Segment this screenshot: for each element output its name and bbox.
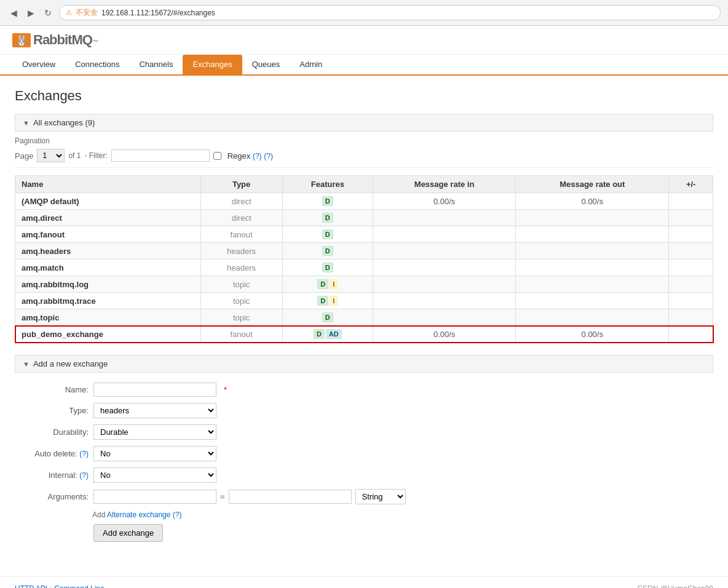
page-footer: HTTP API | Command Line CSDN @HumoChen99 [0, 576, 728, 588]
nav-item-channels[interactable]: Channels [129, 55, 183, 76]
regex-checkbox[interactable] [213, 152, 221, 160]
durability-select[interactable]: Durable Transient [93, 424, 216, 440]
feature-badge-d: D [322, 196, 333, 206]
add-exchange-section-header[interactable]: ▼ Add a new exchange [15, 355, 713, 373]
nav-bar: Overview Connections Channels Exchanges … [0, 55, 728, 76]
col-header-type: Type [200, 176, 282, 193]
table-row[interactable]: (AMQP default)directD0.00/s0.00/s [15, 193, 713, 210]
exchange-plus-minus[interactable] [669, 276, 713, 293]
exchange-name-link[interactable]: pub_demo_exchange [22, 330, 103, 339]
nav-item-overview[interactable]: Overview [12, 55, 65, 76]
exchange-name-link[interactable]: amq.topic [22, 313, 59, 322]
exchange-rate-out [516, 293, 669, 309]
internal-help[interactable]: (?) [79, 471, 89, 480]
type-select[interactable]: direct fanout headers topic [93, 403, 216, 418]
arguments-help: Add Alternate exchange (?) [92, 511, 713, 519]
exchange-name-link[interactable]: amq.direct [22, 213, 62, 223]
exchange-features: D [282, 260, 373, 276]
name-row: Name: * [15, 383, 713, 397]
exchange-plus-minus[interactable] [669, 243, 713, 260]
all-exchanges-section-header[interactable]: ▼ All exchanges (9) [15, 114, 713, 132]
internal-select[interactable]: No Yes [93, 467, 216, 483]
arguments-help-hint[interactable]: (?) [173, 511, 182, 519]
url-text: 192.168.1.112:15672/#/exchanges [101, 9, 215, 17]
regex-label[interactable]: Regex (?) (?) [228, 151, 273, 161]
exchange-name-link[interactable]: amq.match [22, 263, 64, 272]
logo-tm: ™ [92, 39, 98, 46]
page-container: 🐰 RabbitMQ™ Overview Connections Channel… [0, 26, 728, 588]
exchange-plus-minus[interactable] [669, 293, 713, 309]
auto-delete-help[interactable]: (?) [79, 450, 89, 458]
nav-item-connections[interactable]: Connections [65, 55, 129, 76]
table-row[interactable]: pub_demo_exchangefanoutDAD0.00/s0.00/s [15, 326, 713, 343]
page-select[interactable]: 1 [37, 149, 65, 162]
table-row[interactable]: amq.fanoutfanoutD [15, 226, 713, 243]
table-row[interactable]: amq.rabbitmq.logtopicDI [15, 276, 713, 293]
feature-badge-d: D [322, 229, 333, 239]
exchange-rate-out [516, 260, 669, 276]
page-label: Page [15, 151, 33, 161]
add-exchange-form: Name: * Type: direct fanout headers topi… [15, 373, 713, 552]
regex-help1[interactable]: (?) [253, 152, 262, 161]
exchange-name-link[interactable]: amq.rabbitmq.log [22, 280, 89, 289]
exchange-rate-in [373, 276, 515, 293]
add-exchange-button[interactable]: Add exchange [93, 524, 163, 542]
table-row[interactable]: amq.directdirectD [15, 210, 713, 226]
back-button[interactable]: ◀ [7, 7, 20, 19]
feature-badge-d: D [322, 246, 333, 256]
col-header-rate-out: Message rate out [516, 176, 669, 193]
table-row[interactable]: amq.topictopicD [15, 309, 713, 326]
exchange-name-link[interactable]: amq.headers [22, 247, 71, 256]
nav-item-queues[interactable]: Queues [242, 55, 290, 76]
exchange-type: topic [200, 309, 282, 326]
table-row[interactable]: amq.matchheadersD [15, 260, 713, 276]
exchange-type: topic [200, 293, 282, 309]
url-bar[interactable]: ⚠ 不安全 192.168.1.112:15672/#/exchanges [59, 5, 721, 20]
add-exchange-label: Add a new exchange [33, 359, 108, 368]
nav-item-exchanges[interactable]: Exchanges [183, 55, 242, 76]
exchange-plus-minus[interactable] [669, 309, 713, 326]
exchange-plus-minus[interactable] [669, 326, 713, 343]
logo[interactable]: 🐰 RabbitMQ™ [12, 32, 716, 48]
exchange-plus-minus[interactable] [669, 193, 713, 210]
pagination-title: Pagination [15, 137, 713, 145]
feature-badge-i: I [330, 296, 338, 306]
exchange-plus-minus[interactable] [669, 260, 713, 276]
exchange-plus-minus[interactable] [669, 226, 713, 243]
exchange-name-link[interactable]: amq.fanout [22, 230, 65, 239]
http-api-link[interactable]: HTTP API [15, 584, 47, 588]
pagination-area: Pagination Page 1 of 1 - Filter: Regex (… [15, 132, 713, 168]
alternate-exchange-link[interactable]: Alternate exchange [107, 511, 170, 519]
command-line-link[interactable]: Command Line [54, 584, 104, 588]
exchange-rate-out: 0.00/s [516, 326, 669, 343]
exchange-features: DI [282, 276, 373, 293]
all-exchanges-arrow: ▼ [23, 119, 30, 127]
exchange-features: DI [282, 293, 373, 309]
auto-delete-select[interactable]: No Yes [93, 446, 216, 461]
exchange-plus-minus[interactable] [669, 210, 713, 226]
arguments-value-input[interactable] [229, 490, 352, 504]
refresh-button[interactable]: ↻ [42, 7, 54, 19]
exchange-features: D [282, 210, 373, 226]
forward-button[interactable]: ▶ [25, 7, 37, 19]
filter-input[interactable] [111, 149, 210, 162]
exchange-rate-out: 0.00/s [516, 193, 669, 210]
exchange-type: headers [200, 243, 282, 260]
exchange-name: amq.fanout [15, 226, 201, 243]
table-row[interactable]: amq.headersheadersD [15, 243, 713, 260]
exchange-name: amq.direct [15, 210, 201, 226]
add-exchange-arrow: ▼ [23, 360, 30, 368]
feature-badge-ad: AD [326, 329, 342, 339]
table-row[interactable]: amq.rabbitmq.tracetopicDI [15, 293, 713, 309]
browser-bar: ◀ ▶ ↻ ⚠ 不安全 192.168.1.112:15672/#/exchan… [0, 0, 728, 26]
exchange-name-link[interactable]: amq.rabbitmq.trace [22, 296, 96, 306]
table-header-row: Name Type Features Message rate in Messa… [15, 176, 713, 193]
exchange-name-link[interactable]: (AMQP default) [22, 197, 79, 206]
arguments-type-select[interactable]: String Number Boolean List [355, 489, 406, 504]
arguments-key-input[interactable] [93, 490, 216, 504]
regex-help2[interactable]: (?) [264, 152, 273, 161]
name-input[interactable] [93, 383, 216, 397]
exchange-rate-in [373, 243, 515, 260]
exchange-features: D [282, 226, 373, 243]
nav-item-admin[interactable]: Admin [290, 55, 332, 76]
